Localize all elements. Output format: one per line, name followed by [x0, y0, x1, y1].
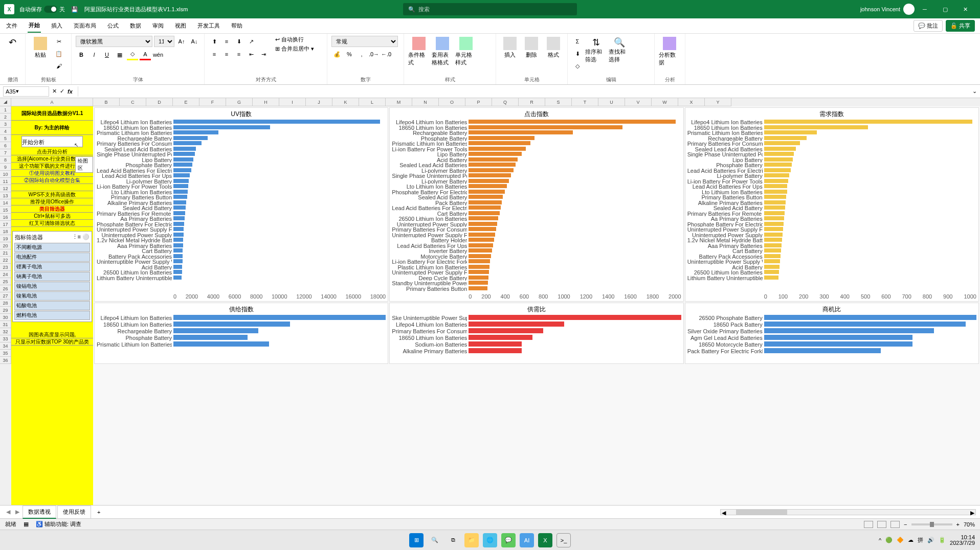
col-header[interactable]: T	[572, 98, 598, 106]
font-color-button[interactable]: A	[140, 49, 151, 60]
border-button[interactable]: ▦	[114, 49, 125, 60]
filter-options-icon[interactable]: ⋮≡ ⚪	[72, 234, 90, 241]
wrap-text-button[interactable]: ↩ 自动换行	[275, 36, 314, 43]
chart-click[interactable]: 点击指数 Lifepo4 Lithium Ion Batteries18650 …	[389, 107, 683, 302]
align-top-button[interactable]: ⬆	[209, 36, 220, 47]
cut-button[interactable]: ✂	[53, 36, 64, 47]
align-left-button[interactable]: ≡	[209, 49, 220, 60]
row-header[interactable]: 33	[0, 335, 11, 342]
row-header[interactable]: 13	[0, 192, 11, 199]
ribbon-tab[interactable]: 视图	[174, 19, 187, 32]
format-cells-button[interactable]: 格式	[544, 36, 563, 59]
col-header[interactable]: E	[173, 98, 199, 106]
tray-icon[interactable]: ☁	[908, 537, 914, 543]
col-header[interactable]: J	[306, 98, 332, 106]
wechat-button[interactable]: 💬	[501, 533, 516, 547]
avatar[interactable]	[903, 4, 915, 15]
row-header[interactable]: 4	[0, 128, 11, 135]
col-header[interactable]: O	[439, 98, 465, 106]
row-header[interactable]: 8	[0, 156, 11, 164]
increase-font-button[interactable]: A↑	[176, 36, 187, 47]
horizontal-scrollbar[interactable]: ◀▶	[720, 509, 976, 515]
row-header[interactable]: 31	[0, 321, 11, 328]
row-header[interactable]: 11	[0, 178, 11, 185]
col-header[interactable]: W	[652, 98, 678, 106]
row-header[interactable]: 26	[0, 285, 11, 292]
accessibility-status[interactable]: ♿ 辅助功能: 调查	[36, 520, 81, 528]
col-header[interactable]: B	[93, 98, 120, 106]
underline-button[interactable]: U	[101, 49, 113, 60]
fill-button[interactable]: ⬇	[572, 48, 583, 59]
row-header[interactable]: 32	[0, 328, 11, 335]
zoom-out-button[interactable]: −	[904, 521, 907, 528]
tray-icon[interactable]: 🔶	[897, 537, 904, 543]
row-header[interactable]: 23	[0, 264, 11, 271]
comment-button[interactable]: 💬 批注	[914, 20, 943, 32]
indent-inc-button[interactable]: ⇥	[258, 49, 269, 60]
cond-format-button[interactable]: 条件格式	[408, 36, 430, 66]
view-normal-button[interactable]	[864, 521, 873, 528]
align-bottom-button[interactable]: ⬇	[233, 36, 244, 47]
battery-icon[interactable]: 🔋	[939, 537, 946, 543]
fill-color-button[interactable]: ◇	[127, 49, 138, 60]
start-analysis-button[interactable]: 开始分析↖	[21, 136, 83, 147]
paste-button[interactable]: 粘贴	[30, 36, 51, 59]
filter-item[interactable]: 不间断电源	[14, 243, 90, 252]
col-header[interactable]: C	[120, 98, 146, 106]
cmd-button[interactable]: >_	[556, 533, 571, 547]
sheet-tab[interactable]: 数据透视	[23, 506, 56, 519]
row-header[interactable]: 28	[0, 300, 11, 307]
merge-button[interactable]: ⊞ 合并后居中 ▾	[275, 45, 314, 53]
zoom-level[interactable]: 70%	[964, 521, 975, 528]
col-header[interactable]: Q	[492, 98, 519, 106]
clock[interactable]: 10:142023/7/29	[950, 535, 975, 546]
col-header[interactable]: V	[625, 98, 652, 106]
row-header[interactable]: 35	[0, 350, 11, 357]
col-header[interactable]: M	[386, 98, 412, 106]
close-button[interactable]: ✕	[955, 0, 976, 18]
col-header[interactable]: Y	[705, 98, 731, 106]
volume-icon[interactable]: 🔊	[927, 537, 934, 543]
share-button[interactable]: 🔓 共享	[946, 20, 975, 32]
row-header[interactable]: 20	[0, 242, 11, 249]
minimize-button[interactable]: ─	[915, 0, 935, 18]
tray-icon[interactable]: 🟢	[885, 537, 893, 543]
col-header[interactable]: I	[279, 98, 306, 106]
row-header[interactable]: 12	[0, 185, 11, 192]
ribbon-tab[interactable]: 公式	[106, 19, 120, 32]
row-header[interactable]: 16	[0, 214, 11, 221]
col-header[interactable]: P	[465, 98, 492, 106]
expand-formula-button[interactable]: ⌄	[972, 88, 977, 95]
indent-dec-button[interactable]: ⇤	[246, 49, 257, 60]
ribbon-tab[interactable]: 帮助	[230, 19, 243, 32]
add-sheet-button[interactable]: +	[97, 509, 100, 515]
cell-style-button[interactable]: 单元格样式	[455, 36, 477, 66]
filter-item[interactable]: 燃料电池	[14, 311, 90, 320]
align-center-button[interactable]: ≡	[221, 49, 232, 60]
row-header[interactable]: 22	[0, 257, 11, 264]
tray-expand-icon[interactable]: ^	[879, 537, 881, 543]
phonetic-button[interactable]: wén	[152, 49, 164, 60]
row-header[interactable]: 2	[0, 113, 11, 121]
number-format-select[interactable]: 常规	[331, 36, 398, 47]
row-header[interactable]: 25	[0, 278, 11, 285]
ribbon-tab[interactable]: 开始	[28, 19, 41, 33]
explorer-button[interactable]: 📁	[464, 533, 479, 547]
excel-taskbar-button[interactable]: X	[538, 533, 552, 547]
name-box[interactable]: A35 ▾	[3, 86, 49, 97]
ribbon-tab[interactable]: 开发工具	[196, 19, 221, 32]
app-button[interactable]: AI	[520, 533, 534, 547]
cancel-icon[interactable]: ✕	[52, 88, 57, 95]
dec-dec-button[interactable]: ←.0	[381, 49, 392, 60]
filter-item[interactable]: 镍镉电池	[14, 282, 90, 291]
taskview-button[interactable]: ⧉	[446, 533, 460, 547]
filter-item[interactable]: 钠离子电池	[14, 272, 90, 281]
copy-button[interactable]: 📋	[53, 48, 64, 59]
bold-button[interactable]: B	[76, 49, 87, 60]
chart-supply[interactable]: 供给指数 Lifepo4 Lithium Ion Batteries18650 …	[94, 303, 388, 364]
row-header[interactable]: 1	[0, 106, 11, 113]
row-header[interactable]: 9	[0, 164, 11, 171]
italic-button[interactable]: I	[88, 49, 100, 60]
row-header[interactable]: 17	[0, 221, 11, 228]
row-header[interactable]: 18	[0, 228, 11, 235]
